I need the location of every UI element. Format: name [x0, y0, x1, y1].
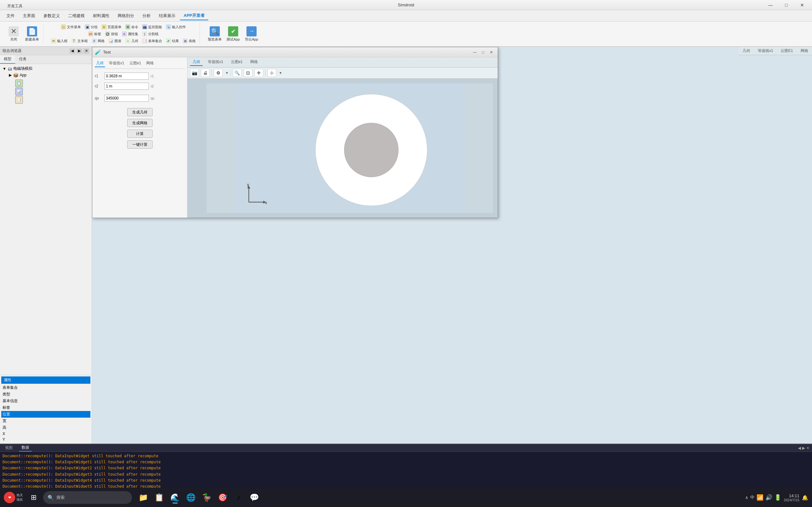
label-button[interactable]: 🏷 标签 [87, 31, 102, 37]
file-menu-button[interactable]: □ 文件菜单 [60, 24, 82, 30]
test-tab-contour[interactable]: 等值线v1 [107, 60, 125, 67]
bg-tab-cloud[interactable]: 云图E1 [777, 47, 797, 55]
test-tab-cloud[interactable]: 云图e1 [128, 60, 142, 67]
tree-child-1[interactable]: 📋 [15, 79, 23, 87]
tray-icon-network[interactable]: 📶 [757, 494, 763, 501]
split-button[interactable]: | 分割线 [141, 31, 160, 37]
prop-row-y[interactable]: Y [1, 437, 90, 442]
prop-row-formset[interactable]: 表单集合 [1, 384, 90, 391]
prop-row-type[interactable]: 类型 [1, 391, 90, 398]
prop-row-x[interactable]: X [1, 431, 90, 437]
formset-button[interactable]: 📑 表单集合 [141, 38, 163, 44]
start-button[interactable]: ⊞ [26, 491, 42, 504]
taskbar-icon-app2[interactable]: 🎯 [215, 491, 230, 504]
test-win-close[interactable]: ✕ [488, 49, 495, 56]
input-ctrl-button[interactable]: ↘ 输入控件 [165, 24, 187, 30]
settings-tool[interactable]: ⚙ [214, 69, 223, 77]
tray-icon-volume[interactable]: 🔊 [765, 494, 772, 501]
taskbar-icon-app1[interactable]: 🦆 [199, 491, 214, 504]
tree-child-3[interactable]: 📑 [15, 96, 23, 104]
propset-button[interactable]: ≡ 属性集 [120, 31, 140, 37]
taskbar-clock[interactable]: 14:11 2024/7/15 [784, 493, 799, 502]
textbox-button[interactable]: T 文本框 [70, 38, 89, 44]
input-field-button[interactable]: ✏ 输入框 [50, 38, 69, 44]
sidebar-tab-model[interactable]: 模型 [0, 55, 15, 64]
taskbar-icon-simdroid[interactable]: 🌊 [167, 491, 183, 504]
tray-icon-lang[interactable]: 中 [750, 495, 755, 500]
group-button[interactable]: ▣ 分组 [84, 24, 99, 30]
bg-tab-contour[interactable]: 等值线v1 [754, 47, 777, 55]
zoom-tool[interactable]: 🔍 [233, 69, 242, 77]
page-menu-button[interactable]: ≡ 页面菜单 [100, 24, 123, 30]
taskbar-icon-calendar[interactable]: 📋 [152, 491, 167, 504]
one-click-calc-button[interactable]: 一键计算 [127, 140, 153, 149]
menu-2d-model[interactable]: 二维建模 [64, 12, 89, 20]
axis-tool[interactable]: ⊹ [267, 69, 276, 77]
console-tab-data[interactable]: 数据 [19, 444, 32, 452]
test-vp-tab-cloud[interactable]: 云图e1 [229, 59, 245, 66]
console-close[interactable]: ✕ [806, 446, 809, 450]
tree-item-root[interactable]: ▼ 🗂 电磁场模拟 [1, 65, 90, 72]
tray-icon-notification[interactable]: 🔔 [802, 495, 808, 501]
result-button[interactable]: ✔ 结果 [165, 38, 180, 44]
bg-tab-mesh[interactable]: 网格 [797, 47, 812, 55]
notification-badge[interactable]: ❤ [4, 492, 15, 503]
param-r2-input[interactable] [104, 83, 149, 90]
test-vp-tab-geo[interactable]: 几何 [190, 59, 203, 66]
select-tool[interactable]: ✛ [254, 69, 263, 77]
tray-icon-chevron[interactable]: ∧ [745, 495, 748, 500]
close-button[interactable]: ✕ [795, 1, 809, 9]
menu-app-dev[interactable]: APP开发者 [180, 11, 208, 20]
export-app-button[interactable]: → 导出App [243, 25, 260, 43]
test-app-button[interactable]: ✔ 测试App [224, 25, 242, 43]
taskbar-icon-tiktok[interactable]: ♪ [231, 491, 246, 504]
menu-file[interactable]: 文件 [3, 12, 18, 20]
gen-geo-button[interactable]: 生成几何 [127, 108, 153, 116]
menu-home[interactable]: 主界面 [19, 12, 39, 20]
param-r1-input[interactable] [104, 72, 149, 79]
preview-form-button[interactable]: 🔍 预览表单 [206, 25, 223, 43]
test-vp-tab-contour[interactable]: 等值线v1 [205, 59, 226, 66]
geo-button[interactable]: ○ 几何 [124, 38, 140, 44]
title-tab-dev[interactable]: 开发工具 [3, 2, 27, 10]
prop-row-basic[interactable]: 基本信息 [1, 398, 90, 404]
test-tab-mesh[interactable]: 网格 [145, 60, 155, 67]
test-tab-geo[interactable]: 几何 [95, 60, 105, 67]
menu-mesh[interactable]: 网格剖分 [114, 12, 138, 20]
print-tool[interactable]: 🖨 [201, 69, 210, 77]
maximize-button[interactable]: □ [779, 1, 794, 9]
console-nav-left[interactable]: ◀ [798, 446, 801, 450]
param-qs-input[interactable] [104, 95, 149, 102]
tree-child-2[interactable]: 📊 [15, 88, 23, 95]
taskbar-icon-browser[interactable]: 🌐 [183, 491, 199, 504]
grid-button[interactable]: # 网格 [90, 38, 106, 44]
table-button[interactable]: ⊞ 表格 [182, 38, 197, 44]
test-win-maximize[interactable]: □ [479, 49, 487, 56]
camera-tool[interactable]: 📷 [190, 69, 199, 77]
tray-icon-battery[interactable]: 🔋 [774, 494, 781, 501]
test-win-minimize[interactable]: — [471, 49, 478, 56]
close-ribbon-button[interactable]: ✕ 关闭 [5, 25, 22, 43]
prop-row-position[interactable]: 位置 [1, 411, 90, 418]
monitor-button[interactable]: 📺 监控面板 [141, 24, 163, 30]
sidebar-tab-task[interactable]: 任务 [15, 55, 31, 64]
menu-analysis[interactable]: 分析 [139, 12, 154, 20]
tree-item-app[interactable]: ▶ 📦 App [1, 72, 90, 78]
taskbar-icon-file-mgr[interactable]: 📁 [136, 491, 151, 504]
taskbar-icon-chat[interactable]: 💬 [247, 491, 262, 504]
console-nav-right[interactable]: ▶ [802, 446, 805, 450]
menu-material[interactable]: 材料属性 [89, 12, 113, 20]
menu-results[interactable]: 结果展示 [155, 12, 179, 20]
sidebar-close[interactable]: ✕ [84, 49, 89, 54]
test-vp-tab-mesh[interactable]: 网格 [248, 59, 260, 66]
command-button[interactable]: ⌘ 命令 [124, 24, 140, 30]
btn-button[interactable]: 🔘 按钮 [104, 31, 119, 37]
chart-button[interactable]: 📊 图表 [107, 38, 123, 44]
menu-params[interactable]: 参数定义 [40, 12, 64, 20]
fit-tool[interactable]: ⊡ [244, 69, 252, 77]
calc-button[interactable]: 计算 [127, 130, 153, 138]
prop-row-width[interactable]: 宽 [1, 418, 90, 424]
minimize-button[interactable]: — [763, 1, 778, 9]
new-form-button[interactable]: 📄 新建表单 [23, 25, 41, 43]
sidebar-nav-left[interactable]: ◀ [69, 49, 75, 54]
